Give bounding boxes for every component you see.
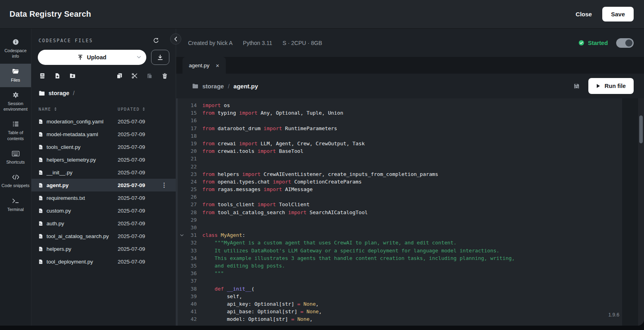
- editor-toolbar: storage / agent.py Run file: [176, 74, 644, 98]
- check-circle-icon: [578, 40, 584, 46]
- new-file-button[interactable]: [54, 73, 60, 79]
- code-line: 31class MyAgent:: [178, 231, 622, 239]
- line-number: 14: [186, 102, 197, 109]
- file-row[interactable]: model-metadata.yaml2025-07-09⋮: [31, 128, 176, 141]
- copy-button[interactable]: [116, 73, 122, 79]
- file-row[interactable]: auth.py2025-07-09⋮: [31, 217, 176, 230]
- fold-gutter: [178, 239, 186, 246]
- file-updated: 2025-07-09: [118, 208, 159, 214]
- editor-breadcrumb: storage / agent.py: [192, 83, 258, 90]
- sidebar-item-codespace-info[interactable]: Codespace info: [0, 34, 31, 64]
- file-name: tools_client.py: [47, 144, 81, 150]
- file-row[interactable]: tool_deployment.py2025-07-09⋮: [31, 255, 176, 268]
- codespace-status: Started: [578, 38, 634, 48]
- file-row[interactable]: __init__.py2025-07-09⋮: [31, 166, 176, 179]
- code-text: self,: [202, 293, 242, 300]
- file-row[interactable]: tools_client.py2025-07-09⋮: [31, 141, 176, 153]
- close-tab-icon[interactable]: ×: [216, 62, 219, 68]
- name-column-label: NAME: [39, 107, 51, 111]
- file-name: agent.py: [47, 182, 69, 188]
- info-icon: [12, 39, 19, 45]
- paste-button[interactable]: [147, 73, 153, 79]
- file-updated: 2025-07-09: [118, 233, 159, 239]
- sidebar-item-code-snippets[interactable]: Code snippets: [0, 169, 31, 193]
- new-folder-button[interactable]: [70, 73, 76, 79]
- sidebar-item-shortcuts[interactable]: Shortcuts: [0, 146, 31, 169]
- file-icon: [39, 195, 43, 201]
- code-line: 15from typing import Any, Optional, Tupl…: [178, 109, 622, 117]
- folder-icon: [39, 90, 45, 96]
- scrollbar-thumb[interactable]: [639, 115, 643, 143]
- version-label: 1.9.6: [608, 312, 619, 318]
- file-row[interactable]: requirements.txt2025-07-09⋮: [31, 191, 176, 204]
- code-line: 18: [178, 132, 622, 140]
- file-updated: 2025-07-09: [118, 131, 159, 137]
- file-row[interactable]: agent.py2025-07-09⋮: [31, 179, 176, 191]
- save-file-button[interactable]: [574, 83, 580, 89]
- code-line: 25from ragas.messages import AIMessage: [178, 186, 622, 193]
- code-line: 26: [178, 193, 622, 201]
- run-file-label: Run file: [605, 83, 626, 89]
- editor-right-margin: [622, 98, 638, 326]
- tab-agent-py[interactable]: agent.py ×: [182, 57, 226, 74]
- chevron-down-icon[interactable]: [137, 56, 141, 59]
- file-row[interactable]: helpers.py2025-07-09⋮: [31, 242, 176, 255]
- code-text: from tools_client import ToolClient: [202, 201, 310, 208]
- code-line: 21: [178, 155, 622, 162]
- fold-gutter: [178, 102, 186, 109]
- sidebar-item-label: Shortcuts: [6, 159, 25, 165]
- fold-chevron-icon[interactable]: [178, 231, 186, 239]
- fold-gutter: [178, 109, 186, 117]
- toggle-knob: [625, 39, 632, 47]
- files-panel: CODESPACE FILES Upload storage / NAME: [31, 29, 176, 326]
- editor-panel: Created by Nick A Python 3.11 S · 2CPU ·…: [176, 29, 644, 326]
- code-text: from ragas.messages import AIMessage: [202, 186, 312, 193]
- line-number: 24: [186, 178, 197, 186]
- file-row[interactable]: moderation_config.yaml2025-07-09⋮: [31, 115, 176, 128]
- download-icon: [157, 55, 163, 60]
- cut-button[interactable]: [132, 73, 138, 79]
- code-line: 24from openai.types.chat import Completi…: [178, 178, 622, 186]
- scrollbar-track[interactable]: [638, 98, 644, 326]
- file-row[interactable]: tool_ai_catalog_search.py2025-07-09⋮: [31, 230, 176, 242]
- save-button[interactable]: Save: [602, 7, 634, 21]
- file-icon: [39, 144, 43, 150]
- line-number: 21: [186, 155, 197, 162]
- file-row[interactable]: helpers_telemetry.py2025-07-09⋮: [31, 153, 176, 166]
- line-number: 28: [186, 209, 197, 216]
- download-button[interactable]: [151, 50, 169, 65]
- breadcrumb-folder[interactable]: storage: [202, 83, 224, 90]
- code-editor[interactable]: 14import os15from typing import Any, Opt…: [176, 98, 644, 326]
- collapse-panel-button[interactable]: [170, 33, 181, 45]
- refresh-button[interactable]: [153, 37, 159, 43]
- sidebar-item-files[interactable]: Files: [0, 64, 31, 87]
- line-number: 18: [186, 132, 197, 140]
- notebook-button[interactable]: [39, 73, 45, 79]
- sort-by-updated-header[interactable]: UPDATED: [118, 107, 159, 111]
- line-number: 26: [186, 193, 197, 201]
- breadcrumb-folder[interactable]: storage: [48, 90, 69, 96]
- files-panel-title: CODESPACE FILES: [39, 38, 93, 43]
- line-number: 19: [186, 140, 197, 147]
- run-file-button[interactable]: Run file: [588, 78, 634, 94]
- paste-icon: [147, 73, 153, 79]
- fold-gutter: [178, 262, 186, 269]
- tab-strip: agent.py ×: [176, 57, 644, 74]
- close-button[interactable]: Close: [576, 11, 592, 18]
- sidebar-item-session-environment[interactable]: Session environment: [0, 87, 31, 117]
- save-disk-icon: [574, 83, 580, 89]
- power-toggle[interactable]: [616, 38, 634, 48]
- file-name: moderation_config.yaml: [47, 119, 103, 125]
- sidebar-item-table-of-contents[interactable]: Table of contents: [0, 116, 31, 146]
- upload-button[interactable]: Upload: [38, 50, 146, 65]
- sidebar-item-label: Code snippets: [2, 183, 29, 188]
- sort-by-name-header[interactable]: NAME: [39, 107, 118, 111]
- file-row[interactable]: custom.py2025-07-09⋮: [31, 204, 176, 217]
- chevron-left-icon: [174, 37, 177, 41]
- kebab-menu-icon[interactable]: ⋮: [159, 182, 169, 189]
- fold-gutter: [178, 193, 186, 201]
- fold-gutter: [178, 117, 186, 124]
- delete-button[interactable]: [162, 73, 168, 79]
- fold-gutter: [178, 201, 186, 208]
- sidebar-item-terminal[interactable]: Terminal: [0, 193, 31, 217]
